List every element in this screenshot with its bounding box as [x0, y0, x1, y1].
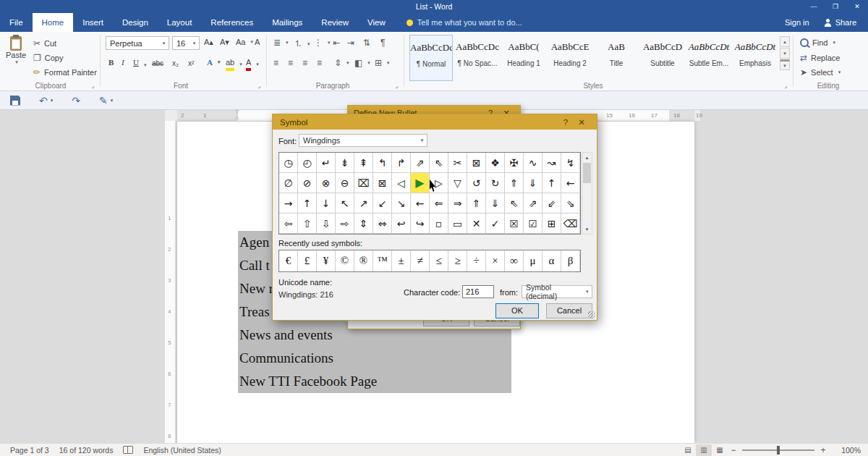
- style-card[interactable]: AaBbCcDSubtitle: [641, 35, 684, 81]
- numbering-button[interactable]: ⒈ ▾: [294, 38, 310, 50]
- symbol-cell[interactable]: ↙: [373, 193, 392, 214]
- symbol-cell[interactable]: ⇒: [448, 193, 467, 214]
- symbol-cell[interactable]: ↗: [354, 193, 373, 214]
- read-mode-button[interactable]: ▤: [680, 444, 696, 456]
- underline-button[interactable]: U: [133, 58, 139, 67]
- tab-view[interactable]: View: [358, 13, 395, 32]
- zoom-slider-thumb[interactable]: [777, 446, 780, 455]
- recent-symbol-cell[interactable]: ≤: [430, 250, 448, 271]
- grow-font-button[interactable]: A▴: [204, 38, 213, 47]
- symbol-cell[interactable]: ↺: [467, 173, 486, 193]
- paste-button[interactable]: Paste ▾: [3, 36, 29, 65]
- change-case-button[interactable]: Aa ▾: [236, 38, 253, 46]
- share-button[interactable]: Share: [824, 18, 856, 27]
- borders-button[interactable]: ⊞ ▾: [375, 58, 390, 68]
- tab-file[interactable]: File: [0, 13, 33, 32]
- sign-in-button[interactable]: Sign in: [785, 18, 809, 27]
- line-spacing-button[interactable]: ⇕ ▾: [334, 58, 349, 68]
- align-center-button[interactable]: ≡: [288, 58, 293, 68]
- recent-symbol-cell[interactable]: β: [561, 250, 580, 271]
- recent-symbol-cell[interactable]: ×: [486, 250, 505, 271]
- bullets-button[interactable]: ≣ ▾: [273, 38, 289, 48]
- style-card[interactable]: AaBbCcDtEmphasis: [733, 35, 777, 81]
- symbol-cell[interactable]: ⇟: [336, 153, 354, 173]
- symbol-cell[interactable]: ☒: [505, 214, 524, 234]
- style-card[interactable]: AaBbCcDtSubtle Em...: [687, 35, 731, 81]
- symbol-cell[interactable]: ⊗: [317, 173, 336, 193]
- recent-symbol-cell[interactable]: ≥: [448, 250, 467, 271]
- recent-symbol-cell[interactable]: ±: [392, 250, 411, 271]
- symbol-font-combo[interactable]: Wingdings ▾: [299, 134, 427, 147]
- sort-button[interactable]: ⇅: [363, 38, 370, 48]
- increase-indent-button[interactable]: ⇥: [347, 38, 354, 48]
- symbol-cell[interactable]: ⇖: [430, 153, 448, 173]
- decrease-indent-button[interactable]: ⇤: [333, 38, 340, 48]
- symbol-cell[interactable]: ⊖: [336, 173, 354, 193]
- symbol-cell[interactable]: ⇦: [279, 214, 298, 234]
- symbol-cell[interactable]: ↯: [561, 153, 580, 173]
- recent-symbol-cell[interactable]: ™: [373, 250, 392, 271]
- customize-qat-button[interactable]: ✎ ▾: [99, 95, 113, 106]
- styles-scroll-down-button[interactable]: ▾: [780, 48, 790, 59]
- show-paragraph-marks-button[interactable]: ¶: [380, 38, 385, 48]
- symbol-cell[interactable]: ⇗: [411, 153, 430, 173]
- ok-button[interactable]: OK: [495, 303, 539, 318]
- chevron-down-icon[interactable]: ▾: [144, 62, 147, 68]
- symbol-cell[interactable]: ⇧: [298, 214, 317, 234]
- symbol-cell[interactable]: ⇑: [505, 173, 524, 193]
- cut-button[interactable]: ✂ Cut: [33, 38, 56, 48]
- superscript-button[interactable]: x²: [188, 59, 194, 67]
- style-card[interactable]: AaBbCcDc¶ Normal: [409, 35, 453, 81]
- symbol-cell[interactable]: ❖: [486, 153, 505, 173]
- symbol-cell[interactable]: ◁: [392, 173, 411, 193]
- tab-layout[interactable]: Layout: [158, 13, 202, 32]
- paragraph-dialog-launcher[interactable]: ⌟: [395, 82, 398, 89]
- symbol-cell[interactable]: ✓: [486, 214, 505, 234]
- save-button[interactable]: [10, 96, 20, 106]
- style-card[interactable]: AaBTitle: [595, 35, 638, 81]
- symbol-grid-scrollbar[interactable]: ▲ ▼: [582, 152, 592, 235]
- zoom-in-button[interactable]: +: [817, 445, 829, 455]
- symbol-cell[interactable]: ←: [411, 193, 430, 214]
- recent-symbol-cell[interactable]: ÷: [467, 250, 486, 271]
- symbol-cell[interactable]: ↰: [373, 153, 392, 173]
- symbol-cell[interactable]: ⇓: [486, 193, 505, 214]
- vertical-ruler[interactable]: 12345678: [165, 121, 176, 443]
- symbol-cell[interactable]: ▽: [448, 173, 467, 193]
- character-code-input[interactable]: 216: [462, 285, 494, 298]
- document-line[interactable]: New TTI Facebook Page: [238, 370, 511, 393]
- recent-symbol-cell[interactable]: ∞: [505, 250, 524, 271]
- symbol-cell[interactable]: ↵: [317, 153, 336, 173]
- strikethrough-button[interactable]: abc: [152, 59, 163, 67]
- scroll-up-icon[interactable]: ▲: [582, 153, 592, 162]
- symbol-cell[interactable]: ▶: [411, 173, 430, 193]
- symbol-cell[interactable]: ↝: [542, 153, 561, 173]
- symbol-cell[interactable]: ⇞: [354, 153, 373, 173]
- replace-button[interactable]: ⇄ Replace: [800, 53, 840, 63]
- symbol-cell[interactable]: ✂: [448, 153, 467, 173]
- tab-references[interactable]: References: [201, 13, 263, 32]
- symbol-dialog-title-bar[interactable]: Symbol ? ✕: [273, 114, 597, 130]
- symbol-cell[interactable]: ↪: [411, 214, 430, 234]
- symbol-cell[interactable]: ⇖: [505, 193, 524, 214]
- symbol-cell[interactable]: ⇗: [524, 193, 542, 214]
- tab-mailings[interactable]: Mailings: [263, 13, 312, 32]
- bold-button[interactable]: B: [109, 58, 114, 67]
- shading-button[interactable]: ◧ ▾: [354, 58, 370, 68]
- page-indicator[interactable]: Page 1 of 3: [10, 446, 49, 455]
- resize-grip[interactable]: [588, 311, 595, 318]
- symbol-cell[interactable]: ⇔: [373, 214, 392, 234]
- symbol-cell[interactable]: ⊘: [298, 173, 317, 193]
- tab-review[interactable]: Review: [312, 13, 358, 32]
- italic-button[interactable]: I: [122, 58, 124, 67]
- from-combo[interactable]: Symbol (decimal) ▾: [522, 285, 592, 298]
- recent-symbol-cell[interactable]: ©: [336, 250, 354, 271]
- symbol-cell[interactable]: ✠: [505, 153, 524, 173]
- proofing-icon[interactable]: [123, 446, 133, 454]
- symbol-cell[interactable]: ↱: [392, 153, 411, 173]
- symbol-cell[interactable]: ↓: [317, 193, 336, 214]
- symbol-cell[interactable]: ⇨: [336, 214, 354, 234]
- tab-design[interactable]: Design: [113, 13, 158, 32]
- align-right-button[interactable]: ≡: [302, 58, 307, 68]
- redo-button[interactable]: ↷: [72, 95, 80, 106]
